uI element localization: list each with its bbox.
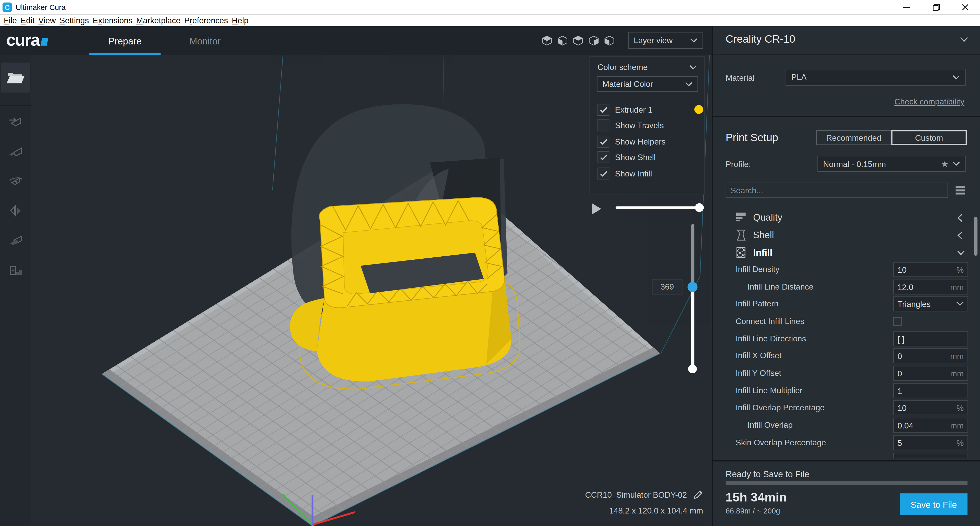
- chevron-down-icon[interactable]: [689, 65, 697, 70]
- checkbox-checked[interactable]: [597, 167, 609, 180]
- color-scheme-panel: Color scheme Material Color Extruder 1 S…: [589, 56, 705, 194]
- title-bar[interactable]: C Ultimaker Cura: [0, 0, 980, 14]
- menu-help[interactable]: Help: [232, 16, 248, 25]
- menu-preferences[interactable]: Preferences: [184, 16, 228, 25]
- simulation-slider-handle[interactable]: [695, 203, 703, 212]
- section-infill[interactable]: Infill: [713, 244, 980, 261]
- infill-pattern-dropdown[interactable]: Triangles: [893, 296, 968, 311]
- active-tab-underline: [89, 53, 161, 55]
- view-mode-dropdown[interactable]: Layer view: [628, 32, 703, 49]
- move-icon: [7, 113, 24, 129]
- front-view-icon[interactable]: [557, 35, 568, 46]
- minimize-button[interactable]: [892, 0, 921, 14]
- model-dimensions: 148.2 x 120.0 x 104.4 mm: [438, 506, 703, 515]
- checkbox-checked[interactable]: [597, 104, 609, 116]
- menu-bar: File Edit View Settings Extensions Marke…: [0, 14, 980, 26]
- layer-slider-track-lower[interactable]: [691, 291, 694, 367]
- profile-dropdown[interactable]: Normal - 0.15mm ★: [818, 156, 966, 172]
- settings-menu-icon[interactable]: [956, 186, 965, 196]
- checkbox-unchecked[interactable]: [597, 120, 609, 132]
- skin-overlap-percentage-input[interactable]: 5%: [893, 435, 968, 450]
- save-to-file-button[interactable]: Save to File: [900, 493, 967, 515]
- recommended-mode-button[interactable]: Recommended: [816, 130, 891, 145]
- color-scheme-dropdown[interactable]: Material Color: [597, 77, 698, 92]
- infill-line-distance-input[interactable]: 12.0mm: [893, 280, 968, 295]
- layer-slider-bottom-handle[interactable]: [688, 365, 697, 373]
- infill-overlap-percentage-input[interactable]: 10%: [893, 400, 968, 415]
- infill-x-offset-input[interactable]: 0mm: [893, 348, 968, 363]
- layer-slider-handle[interactable]: [687, 282, 697, 292]
- show-shell-toggle[interactable]: Show Shell: [597, 151, 655, 164]
- infill-density-input[interactable]: 10%: [893, 262, 968, 277]
- model-name[interactable]: CCR10_Simulator BODY-02: [585, 490, 687, 499]
- menu-file[interactable]: File: [4, 16, 17, 25]
- move-tool-button[interactable]: [0, 106, 31, 136]
- rename-pencil-icon[interactable]: [693, 490, 703, 500]
- chevron-down-icon[interactable]: [960, 37, 968, 42]
- scale-icon: [7, 142, 24, 159]
- cura-window: C Ultimaker Cura File Edit View Settings…: [0, 0, 980, 526]
- rotate-tool-button[interactable]: [0, 166, 31, 196]
- chevron-down-icon: [953, 161, 960, 166]
- settings-search[interactable]: [725, 183, 948, 198]
- menu-extensions[interactable]: Extensions: [93, 16, 132, 25]
- model-info: CCR10_Simulator BODY-02 148.2 x 120.0 x …: [438, 490, 703, 515]
- chevron-left-icon: [957, 231, 963, 239]
- close-icon: [962, 4, 969, 11]
- model-sliced[interactable]: [290, 198, 520, 389]
- machine-name[interactable]: Creality CR-10: [725, 33, 795, 46]
- restore-icon: [932, 3, 940, 11]
- menu-edit[interactable]: Edit: [21, 16, 35, 25]
- material-dropdown[interactable]: PLA: [786, 69, 966, 86]
- layer-number-badge: 369: [652, 279, 682, 295]
- minimize-icon: [903, 4, 910, 11]
- mirror-tool-button[interactable]: [0, 196, 31, 226]
- section-quality[interactable]: Quality: [713, 209, 980, 226]
- cura-logo: cura: [6, 31, 48, 50]
- section-shell[interactable]: Shell: [713, 226, 980, 244]
- play-button[interactable]: [592, 203, 601, 215]
- divider: [713, 54, 980, 55]
- menu-settings[interactable]: Settings: [59, 16, 89, 25]
- support-blocker-tool-button[interactable]: [0, 256, 31, 286]
- window-title: Ultimaker Cura: [16, 3, 65, 11]
- show-helpers-toggle[interactable]: Show Helpers: [597, 135, 666, 148]
- menu-view[interactable]: View: [38, 16, 56, 25]
- restore-button[interactable]: [921, 0, 951, 14]
- right-view-icon[interactable]: [604, 35, 615, 46]
- menu-marketplace[interactable]: Marketplace: [136, 16, 180, 25]
- close-button[interactable]: [951, 0, 980, 14]
- infill-line-multiplier-input[interactable]: 1: [893, 383, 968, 398]
- per-model-settings-tool-button[interactable]: [0, 226, 31, 256]
- check-compatibility-link[interactable]: Check compatibility: [894, 97, 964, 107]
- show-travels-toggle[interactable]: Show Travels: [597, 119, 664, 132]
- simulation-slider[interactable]: [616, 206, 700, 209]
- checkbox-checked[interactable]: [597, 135, 609, 148]
- output-status: Ready to Save to File: [725, 469, 809, 479]
- clipped-next-setting-input: [893, 453, 968, 458]
- layer-slider-track-upper[interactable]: [691, 224, 694, 284]
- infill-y-offset-input[interactable]: 0mm: [893, 366, 968, 381]
- chevron-down-icon: [957, 250, 965, 256]
- tab-prepare[interactable]: Prepare: [89, 26, 161, 55]
- show-infill-toggle[interactable]: Show Infill: [597, 167, 652, 180]
- tab-monitor[interactable]: Monitor: [188, 26, 223, 55]
- extruder-1-toggle[interactable]: Extruder 1: [597, 103, 652, 116]
- search-input[interactable]: [726, 183, 948, 197]
- left-view-icon[interactable]: [588, 35, 599, 46]
- connect-infill-lines-checkbox[interactable]: [893, 317, 902, 326]
- infill-overlap-input[interactable]: 0.04mm: [893, 418, 968, 433]
- material-usage-estimate: 66.89m / ~ 200g: [725, 507, 780, 515]
- scale-tool-button[interactable]: [0, 135, 31, 166]
- 3d-view-icon[interactable]: [541, 35, 552, 46]
- star-icon[interactable]: ★: [941, 159, 949, 169]
- print-time-estimate: 15h 34min: [725, 490, 787, 505]
- settings-scrollbar[interactable]: [974, 217, 978, 256]
- top-view-icon[interactable]: [573, 35, 584, 46]
- chevron-down-icon: [690, 38, 697, 43]
- infill-line-directions-input[interactable]: [ ]: [893, 332, 968, 346]
- app-icon: C: [3, 3, 12, 12]
- custom-mode-button[interactable]: Custom: [891, 130, 967, 145]
- checkbox-checked[interactable]: [597, 151, 609, 163]
- open-file-button[interactable]: [1, 62, 30, 93]
